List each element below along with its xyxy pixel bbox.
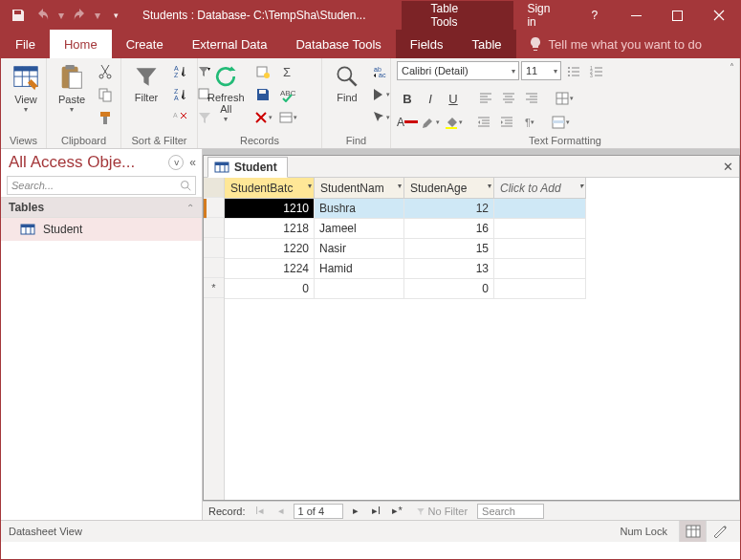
select-button[interactable]: ▾ [370, 107, 391, 128]
tab-database-tools[interactable]: Database Tools [281, 30, 395, 58]
nav-pane-header[interactable]: All Access Obje... [9, 153, 135, 172]
remove-sort-button[interactable]: A [169, 107, 190, 128]
new-record-button[interactable] [252, 61, 273, 82]
undo-dropdown-icon[interactable]: ▾ [56, 4, 66, 27]
cell-batch[interactable]: 1224 [225, 259, 315, 279]
first-record-button[interactable]: I◂ [251, 504, 269, 519]
tab-fields[interactable]: Fields [396, 30, 458, 58]
tell-me-search[interactable]: Tell me what you want to do [516, 30, 713, 58]
collapse-ribbon-icon[interactable]: ˄ [730, 62, 734, 73]
tab-external-data[interactable]: External Data [178, 30, 282, 58]
gridlines-button[interactable]: ▾ [554, 88, 575, 109]
more-records-button[interactable]: ▾ [277, 107, 298, 128]
align-right-button[interactable] [521, 88, 542, 109]
cell-age[interactable]: 15 [404, 239, 494, 259]
copy-button[interactable] [95, 84, 116, 105]
tab-file[interactable]: File [1, 30, 50, 58]
datasheet-view-button[interactable] [679, 521, 706, 542]
minimize-button[interactable] [616, 1, 657, 30]
cell-age[interactable]: 13 [404, 259, 494, 279]
fill-color-button[interactable]: ▾ [443, 112, 464, 133]
table-row[interactable]: 1224 Hamid 13 [225, 259, 739, 279]
paste-button[interactable]: Paste ▾ [53, 61, 91, 116]
table-new-row[interactable]: 0 0 [225, 279, 739, 299]
text-direction-button[interactable]: ¶▾ [519, 112, 540, 133]
sort-desc-button[interactable]: ZA [169, 84, 190, 105]
spelling-button[interactable]: ABC [277, 84, 298, 105]
nav-item-student[interactable]: Student [1, 218, 202, 241]
row-selector[interactable] [204, 258, 224, 278]
table-row[interactable]: 1220 Nasir 15 [225, 239, 739, 259]
find-button[interactable]: Find [328, 61, 366, 105]
cell-batch[interactable]: 1210 [225, 199, 315, 219]
record-position-input[interactable]: 1 of 4 [294, 504, 343, 519]
delete-record-button[interactable]: ▾ [252, 107, 273, 128]
cell-empty[interactable] [494, 219, 586, 239]
nav-pane-dropdown-icon[interactable]: ⅴ [168, 155, 184, 170]
cell-empty[interactable] [494, 199, 586, 219]
row-selector[interactable] [204, 238, 224, 258]
document-tab-student[interactable]: Student [207, 157, 288, 178]
col-header-studentage[interactable]: StudenAge▾ [404, 178, 494, 199]
sort-asc-button[interactable]: AZ [169, 61, 190, 82]
cell-name[interactable] [315, 279, 404, 299]
tab-home[interactable]: Home [50, 30, 112, 58]
font-color-button[interactable]: A [397, 112, 418, 133]
align-center-button[interactable] [498, 88, 519, 109]
tab-table[interactable]: Table [458, 30, 516, 58]
view-button[interactable]: View ▾ [7, 61, 45, 116]
redo-icon[interactable] [68, 4, 91, 27]
goto-button[interactable]: ▾ [370, 84, 391, 105]
totals-button[interactable]: Σ [277, 61, 298, 82]
underline-button[interactable]: U [443, 88, 464, 109]
qat-customize-icon[interactable]: ▾ [104, 4, 127, 27]
filter-button[interactable]: Filter [127, 61, 165, 105]
bullets-button[interactable] [563, 61, 584, 82]
cell-empty[interactable] [494, 259, 586, 279]
save-record-button[interactable] [252, 84, 273, 105]
last-record-button[interactable]: ▸I [368, 504, 385, 519]
row-selector[interactable] [204, 218, 224, 238]
cut-button[interactable] [95, 61, 116, 82]
table-row[interactable]: 1210 Bushra 12 [225, 199, 739, 219]
row-selector[interactable] [204, 198, 224, 218]
nav-search-input[interactable]: Search... [7, 176, 196, 195]
close-button[interactable] [699, 1, 740, 30]
new-record-nav-button[interactable]: ▸* [389, 504, 406, 519]
help-button[interactable]: ? [574, 1, 615, 30]
cell-name[interactable]: Hamid [315, 259, 404, 279]
prev-record-button[interactable]: ◂ [272, 504, 290, 519]
format-painter-button[interactable] [95, 107, 116, 128]
align-left-button[interactable] [475, 88, 496, 109]
undo-icon[interactable] [32, 4, 54, 27]
replace-button[interactable]: abac [370, 61, 391, 82]
cell-age[interactable]: 16 [404, 219, 494, 239]
cell-name[interactable]: Jameel [315, 219, 404, 239]
record-search-input[interactable]: Search [477, 504, 544, 519]
font-size-select[interactable]: 11 [521, 61, 561, 80]
next-record-button[interactable]: ▸ [347, 504, 364, 519]
cell-name[interactable]: Bushra [315, 199, 404, 219]
alt-row-color-button[interactable]: ▾ [550, 112, 571, 133]
cell-empty[interactable] [494, 279, 586, 299]
decrease-indent-button[interactable] [473, 112, 494, 133]
nav-group-tables[interactable]: Tables ⌃ [1, 197, 202, 218]
col-header-studentbatch[interactable]: StudentBatc▾ [225, 178, 315, 199]
select-all-records[interactable] [204, 178, 224, 198]
cell-batch[interactable]: 1218 [225, 219, 315, 239]
refresh-all-button[interactable]: Refresh All ▾ [204, 61, 249, 125]
cell-name[interactable]: Nasir [315, 239, 404, 259]
cell-age[interactable]: 0 [404, 279, 494, 299]
cell-age[interactable]: 12 [404, 199, 494, 219]
cell-batch[interactable]: 0 [225, 279, 315, 299]
filter-indicator[interactable]: No Filter [416, 506, 469, 517]
table-row[interactable]: 1218 Jameel 16 [225, 219, 739, 239]
close-document-button[interactable]: ✕ [723, 160, 733, 174]
nav-pane-collapse-icon[interactable]: « [189, 156, 196, 169]
cell-batch[interactable]: 1220 [225, 239, 315, 259]
numbering-button[interactable]: 123 [586, 61, 607, 82]
italic-button[interactable]: I [420, 88, 441, 109]
redo-dropdown-icon[interactable]: ▾ [93, 4, 102, 27]
new-row-selector[interactable]: * [204, 278, 224, 298]
tab-create[interactable]: Create [112, 30, 178, 58]
